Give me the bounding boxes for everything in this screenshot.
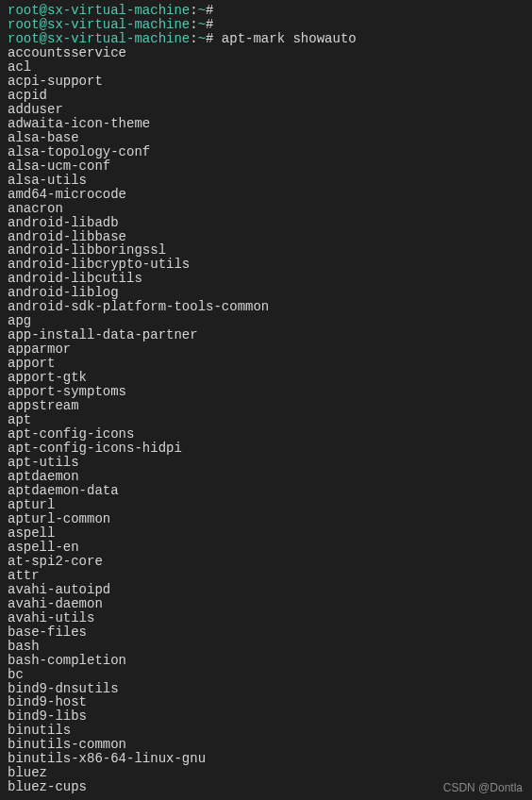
prompt-path: ~ (198, 31, 206, 46)
package-item: avahi-utils (8, 611, 524, 625)
package-item: android-libadb (8, 216, 524, 230)
package-list: accountsserviceaclacpi-supportacpidaddus… (8, 46, 524, 794)
prompt-separator: : (190, 3, 197, 18)
package-item: alsa-topology-conf (8, 145, 524, 159)
package-item: bluez (8, 766, 524, 780)
package-item: acl (8, 60, 524, 75)
package-item: apparmor (8, 342, 524, 357)
package-item: android-libcutils (8, 272, 524, 286)
package-item: aspell-en (8, 541, 524, 555)
command-text: apt-mark showauto (222, 31, 357, 46)
package-item: apt-config-icons (8, 427, 524, 442)
package-item: android-sdk-platform-tools-common (8, 300, 524, 314)
package-item: acpid (8, 89, 524, 103)
package-item: bind9-libs (8, 709, 524, 724)
package-item: android-libcrypto-utils (8, 258, 524, 272)
prompt-symbol: # (206, 3, 213, 18)
watermark-text: CSDN @Dontla (443, 782, 523, 794)
prompt-path: ~ (198, 3, 206, 18)
prompt-path: ~ (198, 17, 206, 32)
package-item: amd64-microcode (8, 188, 524, 202)
package-item: appstream (8, 399, 524, 413)
package-item: alsa-utils (8, 174, 524, 188)
package-item: apport-gtk (8, 371, 524, 385)
package-item: apturl (8, 498, 524, 512)
package-item: binutils-x86-64-linux-gnu (8, 752, 524, 766)
package-item: bash-completion (8, 654, 524, 668)
package-item: apt-config-icons-hidpi (8, 442, 524, 456)
prompt-user-host: root@sx-virtual-machine (8, 3, 190, 18)
package-item: anacron (8, 202, 524, 216)
package-item: adduser (8, 103, 524, 117)
package-item: binutils (8, 724, 524, 738)
package-item: bind9-dnsutils (8, 682, 524, 696)
prompt-line-command: root@sx-virtual-machine:~# apt-mark show… (8, 32, 524, 46)
package-item: binutils-common (8, 738, 524, 752)
package-item: bash (8, 640, 524, 654)
prompt-user-host: root@sx-virtual-machine (8, 17, 190, 32)
package-item: android-libbase (8, 230, 524, 244)
package-item: apturl-common (8, 512, 524, 526)
package-item: apt-utils (8, 456, 524, 470)
package-item: adwaita-icon-theme (8, 117, 524, 131)
prompt-symbol: # (206, 17, 213, 32)
prompt-separator: : (190, 17, 197, 32)
package-item: base-files (8, 625, 524, 640)
package-item: alsa-ucm-conf (8, 159, 524, 174)
package-item: apport (8, 357, 524, 371)
package-item: attr (8, 569, 524, 583)
prompt-user-host: root@sx-virtual-machine (8, 31, 190, 46)
prompt-symbol: # (206, 31, 213, 46)
package-item: apport-symptoms (8, 385, 524, 399)
prompt-line-empty: root@sx-virtual-machine:~# (8, 4, 524, 18)
package-item: bind9-host (8, 695, 524, 709)
terminal-output[interactable]: root@sx-virtual-machine:~# root@sx-virtu… (8, 4, 524, 794)
package-item: aptdaemon (8, 470, 524, 484)
package-item: android-libboringssl (8, 243, 524, 258)
package-item: accountsservice (8, 46, 524, 60)
package-item: alsa-base (8, 131, 524, 145)
package-item: aspell (8, 526, 524, 541)
package-item: app-install-data-partner (8, 328, 524, 342)
package-item: android-liblog (8, 286, 524, 300)
package-item: avahi-autoipd (8, 583, 524, 597)
package-item: apt (8, 413, 524, 427)
package-item: avahi-daemon (8, 597, 524, 611)
prompt-line-empty: root@sx-virtual-machine:~# (8, 18, 524, 32)
package-item: aptdaemon-data (8, 484, 524, 498)
package-item: at-spi2-core (8, 555, 524, 569)
package-item: acpi-support (8, 75, 524, 89)
prompt-separator: : (190, 31, 197, 46)
package-item: apg (8, 314, 524, 328)
package-item: bc (8, 668, 524, 682)
